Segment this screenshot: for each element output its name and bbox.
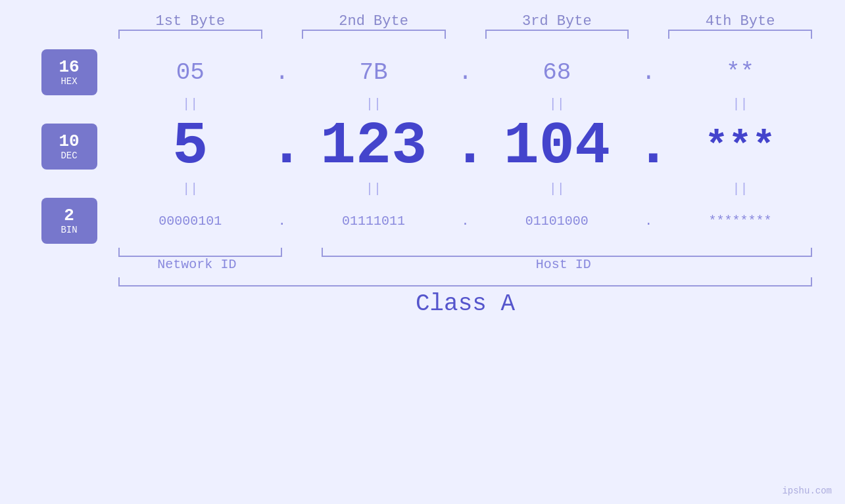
bin-dot-2: . bbox=[452, 214, 479, 229]
hex-row: 16 HEX 05 . 7B . 68 . ** bbox=[26, 49, 819, 95]
equals-row-1: || || || || bbox=[26, 97, 819, 112]
hex-byte-1: 05 bbox=[112, 59, 269, 86]
hex-badge-num: 16 bbox=[59, 58, 79, 77]
dec-dot-3: . bbox=[635, 113, 662, 180]
equals-2-3: || bbox=[479, 181, 636, 196]
equals-row-2: || || || || bbox=[26, 181, 819, 196]
bin-byte-3: 01101000 bbox=[479, 214, 636, 229]
class-bracket-row bbox=[26, 277, 819, 286]
bin-row: 2 BIN 00000101 . 01111011 . 01101000 . *… bbox=[26, 198, 819, 244]
dec-badge: 10 DEC bbox=[41, 124, 97, 170]
host-bracket bbox=[322, 248, 812, 257]
dec-byte-4: *** bbox=[662, 127, 819, 166]
bin-dot-1: . bbox=[269, 214, 295, 229]
host-id-label: Host ID bbox=[308, 257, 819, 272]
dec-byte-2: 123 bbox=[295, 117, 452, 176]
hex-byte-2: 7B bbox=[295, 59, 452, 86]
dec-dot-2: . bbox=[452, 113, 479, 180]
hex-byte-3: 68 bbox=[479, 59, 636, 86]
byte-header-3: 3rd Byte bbox=[479, 13, 636, 30]
network-id-label: Network ID bbox=[112, 257, 282, 272]
hex-badge-label: HEX bbox=[60, 76, 77, 87]
byte-headers-row: 1st Byte 2nd Byte 3rd Byte 4th Byte bbox=[26, 13, 819, 30]
dec-row: 10 DEC 5 . 123 . 104 . *** bbox=[26, 113, 819, 180]
bin-dot-3: . bbox=[635, 214, 662, 229]
hex-dot-2: . bbox=[452, 59, 479, 86]
bottom-brackets-row bbox=[26, 248, 819, 257]
watermark: ipshu.com bbox=[782, 486, 832, 496]
main-container: 1st Byte 2nd Byte 3rd Byte 4th Byte 16 H… bbox=[0, 0, 845, 504]
equals-2-1: || bbox=[112, 181, 269, 196]
bin-badge-label: BIN bbox=[60, 225, 77, 235]
equals-1-4: || bbox=[662, 97, 819, 112]
bin-badge: 2 BIN bbox=[41, 198, 97, 244]
dec-dot-1: . bbox=[269, 113, 295, 180]
byte-header-1: 1st Byte bbox=[112, 13, 269, 30]
hex-dot-3: . bbox=[635, 59, 662, 86]
class-label: Class A bbox=[416, 290, 515, 317]
byte-header-2: 2nd Byte bbox=[295, 13, 452, 30]
class-bracket bbox=[118, 277, 812, 286]
dec-badge-label: DEC bbox=[60, 150, 77, 161]
bin-badge-num: 2 bbox=[64, 206, 74, 225]
bin-byte-2: 01111011 bbox=[295, 214, 452, 229]
hex-byte-4: ** bbox=[662, 59, 819, 86]
network-bracket bbox=[118, 248, 282, 257]
bin-byte-1: 00000101 bbox=[112, 214, 269, 229]
bin-byte-4: ******** bbox=[662, 214, 819, 229]
class-label-row: Class A bbox=[26, 290, 819, 317]
equals-2-4: || bbox=[662, 181, 819, 196]
equals-1-2: || bbox=[295, 97, 452, 112]
equals-1-1: || bbox=[112, 97, 269, 112]
id-labels-row: Network ID Host ID bbox=[26, 257, 819, 272]
dec-badge-num: 10 bbox=[59, 132, 79, 151]
dec-byte-3: 104 bbox=[479, 117, 636, 176]
equals-2-2: || bbox=[295, 181, 452, 196]
equals-1-3: || bbox=[479, 97, 636, 112]
hex-dot-1: . bbox=[269, 59, 295, 86]
top-brackets-row bbox=[26, 30, 819, 39]
dec-byte-1: 5 bbox=[112, 117, 269, 176]
byte-header-4: 4th Byte bbox=[662, 13, 819, 30]
hex-badge: 16 HEX bbox=[41, 49, 97, 95]
